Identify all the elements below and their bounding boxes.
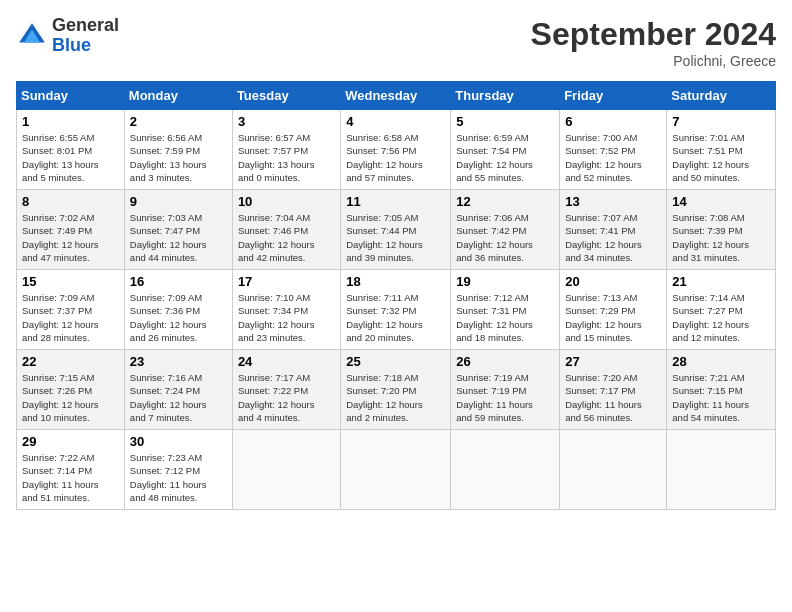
day-info: Sunrise: 7:06 AMSunset: 7:42 PMDaylight:… xyxy=(456,211,554,264)
day-info: Sunrise: 7:14 AMSunset: 7:27 PMDaylight:… xyxy=(672,291,770,344)
calendar-week-row: 22 Sunrise: 7:15 AMSunset: 7:26 PMDaylig… xyxy=(17,350,776,430)
day-number: 20 xyxy=(565,274,661,289)
month-title: September 2024 xyxy=(531,16,776,53)
weekday-header-row: Sunday Monday Tuesday Wednesday Thursday… xyxy=(17,82,776,110)
calendar-empty-cell xyxy=(341,430,451,510)
calendar-day-cell: 28 Sunrise: 7:21 AMSunset: 7:15 PMDaylig… xyxy=(667,350,776,430)
day-number: 27 xyxy=(565,354,661,369)
calendar-empty-cell xyxy=(232,430,340,510)
calendar-day-cell: 10 Sunrise: 7:04 AMSunset: 7:46 PMDaylig… xyxy=(232,190,340,270)
day-info: Sunrise: 7:09 AMSunset: 7:37 PMDaylight:… xyxy=(22,291,119,344)
header-monday: Monday xyxy=(124,82,232,110)
calendar-day-cell: 8 Sunrise: 7:02 AMSunset: 7:49 PMDayligh… xyxy=(17,190,125,270)
day-number: 26 xyxy=(456,354,554,369)
day-number: 7 xyxy=(672,114,770,129)
calendar-day-cell: 17 Sunrise: 7:10 AMSunset: 7:34 PMDaylig… xyxy=(232,270,340,350)
day-info: Sunrise: 7:18 AMSunset: 7:20 PMDaylight:… xyxy=(346,371,445,424)
day-number: 6 xyxy=(565,114,661,129)
day-info: Sunrise: 7:01 AMSunset: 7:51 PMDaylight:… xyxy=(672,131,770,184)
calendar-day-cell: 25 Sunrise: 7:18 AMSunset: 7:20 PMDaylig… xyxy=(341,350,451,430)
calendar-day-cell: 15 Sunrise: 7:09 AMSunset: 7:37 PMDaylig… xyxy=(17,270,125,350)
calendar-day-cell: 21 Sunrise: 7:14 AMSunset: 7:27 PMDaylig… xyxy=(667,270,776,350)
calendar-day-cell: 19 Sunrise: 7:12 AMSunset: 7:31 PMDaylig… xyxy=(451,270,560,350)
day-info: Sunrise: 7:02 AMSunset: 7:49 PMDaylight:… xyxy=(22,211,119,264)
day-info: Sunrise: 7:10 AMSunset: 7:34 PMDaylight:… xyxy=(238,291,335,344)
day-number: 30 xyxy=(130,434,227,449)
day-number: 13 xyxy=(565,194,661,209)
day-number: 12 xyxy=(456,194,554,209)
day-info: Sunrise: 6:58 AMSunset: 7:56 PMDaylight:… xyxy=(346,131,445,184)
day-number: 10 xyxy=(238,194,335,209)
day-info: Sunrise: 7:23 AMSunset: 7:12 PMDaylight:… xyxy=(130,451,227,504)
day-info: Sunrise: 6:59 AMSunset: 7:54 PMDaylight:… xyxy=(456,131,554,184)
day-info: Sunrise: 7:00 AMSunset: 7:52 PMDaylight:… xyxy=(565,131,661,184)
day-number: 19 xyxy=(456,274,554,289)
calendar-empty-cell xyxy=(560,430,667,510)
day-number: 25 xyxy=(346,354,445,369)
location: Polichni, Greece xyxy=(531,53,776,69)
day-number: 29 xyxy=(22,434,119,449)
day-info: Sunrise: 7:09 AMSunset: 7:36 PMDaylight:… xyxy=(130,291,227,344)
day-number: 21 xyxy=(672,274,770,289)
day-number: 16 xyxy=(130,274,227,289)
day-info: Sunrise: 7:17 AMSunset: 7:22 PMDaylight:… xyxy=(238,371,335,424)
calendar-empty-cell xyxy=(667,430,776,510)
page-header: General Blue September 2024 Polichni, Gr… xyxy=(16,16,776,69)
day-info: Sunrise: 7:12 AMSunset: 7:31 PMDaylight:… xyxy=(456,291,554,344)
day-info: Sunrise: 7:13 AMSunset: 7:29 PMDaylight:… xyxy=(565,291,661,344)
logo-text: General Blue xyxy=(52,16,119,56)
day-info: Sunrise: 7:08 AMSunset: 7:39 PMDaylight:… xyxy=(672,211,770,264)
calendar-empty-cell xyxy=(451,430,560,510)
calendar-day-cell: 1 Sunrise: 6:55 AMSunset: 8:01 PMDayligh… xyxy=(17,110,125,190)
calendar-week-row: 29 Sunrise: 7:22 AMSunset: 7:14 PMDaylig… xyxy=(17,430,776,510)
day-number: 4 xyxy=(346,114,445,129)
header-friday: Friday xyxy=(560,82,667,110)
header-saturday: Saturday xyxy=(667,82,776,110)
calendar-day-cell: 7 Sunrise: 7:01 AMSunset: 7:51 PMDayligh… xyxy=(667,110,776,190)
day-number: 8 xyxy=(22,194,119,209)
day-number: 11 xyxy=(346,194,445,209)
calendar-week-row: 15 Sunrise: 7:09 AMSunset: 7:37 PMDaylig… xyxy=(17,270,776,350)
day-info: Sunrise: 7:11 AMSunset: 7:32 PMDaylight:… xyxy=(346,291,445,344)
day-number: 17 xyxy=(238,274,335,289)
logo-blue: Blue xyxy=(52,35,91,55)
calendar-day-cell: 26 Sunrise: 7:19 AMSunset: 7:19 PMDaylig… xyxy=(451,350,560,430)
calendar-day-cell: 29 Sunrise: 7:22 AMSunset: 7:14 PMDaylig… xyxy=(17,430,125,510)
day-number: 2 xyxy=(130,114,227,129)
day-number: 3 xyxy=(238,114,335,129)
day-info: Sunrise: 7:07 AMSunset: 7:41 PMDaylight:… xyxy=(565,211,661,264)
calendar-day-cell: 2 Sunrise: 6:56 AMSunset: 7:59 PMDayligh… xyxy=(124,110,232,190)
logo-icon xyxy=(16,20,48,52)
day-info: Sunrise: 7:05 AMSunset: 7:44 PMDaylight:… xyxy=(346,211,445,264)
header-wednesday: Wednesday xyxy=(341,82,451,110)
logo: General Blue xyxy=(16,16,119,56)
day-number: 14 xyxy=(672,194,770,209)
day-info: Sunrise: 7:22 AMSunset: 7:14 PMDaylight:… xyxy=(22,451,119,504)
day-info: Sunrise: 6:57 AMSunset: 7:57 PMDaylight:… xyxy=(238,131,335,184)
day-info: Sunrise: 7:20 AMSunset: 7:17 PMDaylight:… xyxy=(565,371,661,424)
day-info: Sunrise: 7:04 AMSunset: 7:46 PMDaylight:… xyxy=(238,211,335,264)
day-number: 18 xyxy=(346,274,445,289)
calendar-day-cell: 18 Sunrise: 7:11 AMSunset: 7:32 PMDaylig… xyxy=(341,270,451,350)
logo-general: General xyxy=(52,15,119,35)
day-info: Sunrise: 7:15 AMSunset: 7:26 PMDaylight:… xyxy=(22,371,119,424)
header-thursday: Thursday xyxy=(451,82,560,110)
calendar-week-row: 8 Sunrise: 7:02 AMSunset: 7:49 PMDayligh… xyxy=(17,190,776,270)
day-number: 28 xyxy=(672,354,770,369)
calendar-day-cell: 4 Sunrise: 6:58 AMSunset: 7:56 PMDayligh… xyxy=(341,110,451,190)
day-info: Sunrise: 6:56 AMSunset: 7:59 PMDaylight:… xyxy=(130,131,227,184)
day-number: 24 xyxy=(238,354,335,369)
day-number: 1 xyxy=(22,114,119,129)
calendar-day-cell: 12 Sunrise: 7:06 AMSunset: 7:42 PMDaylig… xyxy=(451,190,560,270)
day-info: Sunrise: 7:16 AMSunset: 7:24 PMDaylight:… xyxy=(130,371,227,424)
calendar-day-cell: 30 Sunrise: 7:23 AMSunset: 7:12 PMDaylig… xyxy=(124,430,232,510)
calendar-table: Sunday Monday Tuesday Wednesday Thursday… xyxy=(16,81,776,510)
calendar-day-cell: 27 Sunrise: 7:20 AMSunset: 7:17 PMDaylig… xyxy=(560,350,667,430)
calendar-week-row: 1 Sunrise: 6:55 AMSunset: 8:01 PMDayligh… xyxy=(17,110,776,190)
calendar-day-cell: 11 Sunrise: 7:05 AMSunset: 7:44 PMDaylig… xyxy=(341,190,451,270)
calendar-day-cell: 14 Sunrise: 7:08 AMSunset: 7:39 PMDaylig… xyxy=(667,190,776,270)
day-info: Sunrise: 7:21 AMSunset: 7:15 PMDaylight:… xyxy=(672,371,770,424)
header-tuesday: Tuesday xyxy=(232,82,340,110)
day-number: 5 xyxy=(456,114,554,129)
day-info: Sunrise: 7:19 AMSunset: 7:19 PMDaylight:… xyxy=(456,371,554,424)
